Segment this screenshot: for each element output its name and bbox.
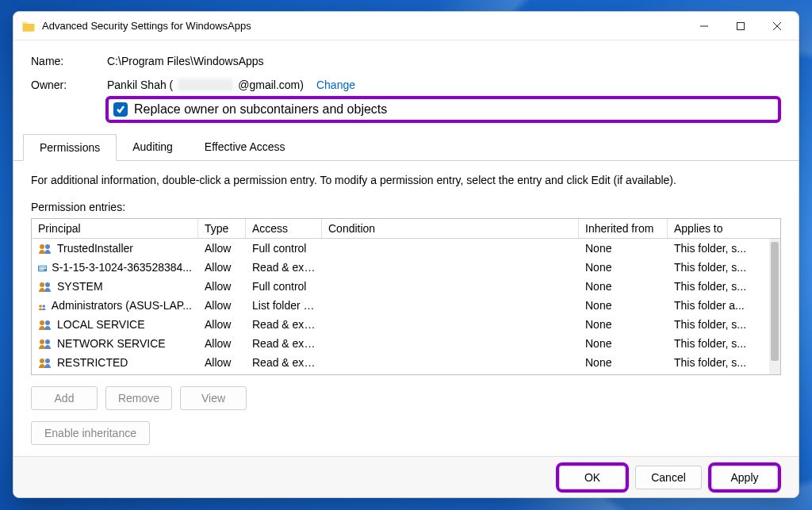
svg-point-16 <box>45 359 50 363</box>
table-row[interactable]: S-1-15-3-1024-363528384...AllowRead & ex… <box>32 258 780 277</box>
col-type[interactable]: Type <box>198 219 246 238</box>
cell-type: Allow <box>198 355 246 370</box>
cell-condition <box>322 342 579 345</box>
cell-type: Allow <box>198 316 246 332</box>
principal-icon <box>38 243 52 254</box>
col-condition[interactable]: Condition <box>322 219 579 238</box>
principal-name: LOCAL SERVICE <box>57 318 145 331</box>
owner-row: Owner: Pankil Shah (@gmail.com) Change <box>31 79 781 91</box>
col-access[interactable]: Access <box>246 219 322 238</box>
table-header: Principal Type Access Condition Inherite… <box>32 219 780 239</box>
principal-name: TrustedInstaller <box>57 242 133 255</box>
maximize-button[interactable] <box>722 13 759 39</box>
table-row[interactable]: RESTRICTEDAllowRead & exe...NoneThis fol… <box>32 353 780 372</box>
col-principal[interactable]: Principal <box>32 219 198 238</box>
window-title: Advanced Security Settings for WindowsAp… <box>42 20 686 32</box>
principal-icon <box>38 300 47 311</box>
table-rows: TrustedInstallerAllowFull controlNoneThi… <box>32 239 780 372</box>
cancel-button[interactable]: Cancel <box>635 466 702 489</box>
col-inherited[interactable]: Inherited from <box>579 219 668 238</box>
table-row[interactable]: SYSTEMAllowFull controlNoneThis folder, … <box>32 277 780 296</box>
redacted-email-local <box>178 79 233 91</box>
scrollbar-thumb[interactable] <box>771 242 779 361</box>
titlebar: Advanced Security Settings for WindowsAp… <box>13 12 799 40</box>
svg-point-9 <box>39 305 42 308</box>
dialog-footer: OK Cancel Apply <box>13 456 799 497</box>
permissions-table: Principal Type Access Condition Inherite… <box>31 218 781 375</box>
table-row[interactable]: LOCAL SERVICEAllowRead & exe...NoneThis … <box>32 315 780 334</box>
cell-applies: This folder a... <box>668 297 756 313</box>
cell-inherited: None <box>579 316 668 332</box>
change-owner-link[interactable]: Change <box>316 79 355 91</box>
close-button[interactable] <box>759 13 795 39</box>
table-row[interactable]: TrustedInstallerAllowFull controlNoneThi… <box>32 239 780 258</box>
svg-point-11 <box>40 320 44 325</box>
principal-icon <box>38 338 52 349</box>
cell-inherited: None <box>579 240 668 256</box>
cell-type: Allow <box>198 259 246 275</box>
principal-name: NETWORK SERVICE <box>57 337 166 350</box>
svg-rect-4 <box>39 267 46 267</box>
cell-type: Allow <box>198 297 246 313</box>
ok-button[interactable]: OK <box>559 466 626 489</box>
cell-access: Full control <box>246 240 322 256</box>
name-label: Name: <box>31 55 107 67</box>
cell-access: Read & exe... <box>246 336 322 351</box>
svg-rect-0 <box>737 22 745 29</box>
cell-condition <box>322 266 579 269</box>
security-settings-window: Advanced Security Settings for WindowsAp… <box>13 11 799 498</box>
name-value: C:\Program Files\WindowsApps <box>107 55 264 67</box>
cell-applies: This folder, s... <box>668 240 756 256</box>
cell-access: Read & exe... <box>246 259 322 275</box>
cell-condition <box>322 304 579 307</box>
svg-point-14 <box>45 339 50 344</box>
view-button[interactable]: View <box>180 386 247 410</box>
svg-point-8 <box>45 282 50 287</box>
enable-inheritance-button[interactable]: Enable inheritance <box>31 421 150 445</box>
principal-name: S-1-15-3-1024-363528384... <box>52 261 192 274</box>
content-area: Name: C:\Program Files\WindowsApps Owner… <box>13 40 799 456</box>
svg-rect-6 <box>39 270 44 270</box>
add-button[interactable]: Add <box>31 386 98 410</box>
table-row[interactable]: Administrators (ASUS-LAP...AllowList fol… <box>32 296 780 315</box>
svg-point-2 <box>45 244 50 249</box>
entries-label: Permission entries: <box>31 201 781 213</box>
table-row[interactable]: NETWORK SERVICEAllowRead & exe...NoneThi… <box>32 334 780 353</box>
apply-button[interactable]: Apply <box>711 466 778 489</box>
cell-condition <box>322 247 579 250</box>
tab-permissions[interactable]: Permissions <box>23 134 117 161</box>
tab-effective-access[interactable]: Effective Access <box>189 134 301 160</box>
principal-icon <box>38 281 52 292</box>
remove-button[interactable]: Remove <box>105 386 172 410</box>
replace-owner-highlight: Replace owner on subcontainers and objec… <box>105 96 781 123</box>
cell-type: Allow <box>198 336 246 351</box>
name-row: Name: C:\Program Files\WindowsApps <box>31 55 781 67</box>
principal-name: RESTRICTED <box>57 356 128 369</box>
svg-point-12 <box>45 320 50 325</box>
owner-name-suffix: @gmail.com) <box>238 79 304 91</box>
principal-name: SYSTEM <box>57 280 103 293</box>
cell-inherited: None <box>579 278 668 294</box>
svg-rect-5 <box>39 268 46 269</box>
replace-owner-checkbox[interactable] <box>113 102 128 117</box>
cell-inherited: None <box>579 336 668 351</box>
cell-applies: This folder, s... <box>668 336 756 351</box>
minimize-button[interactable] <box>686 13 722 39</box>
cell-access: List folder c... <box>246 297 322 313</box>
cell-condition <box>322 285 579 288</box>
table-buttons: Add Remove View <box>31 386 781 410</box>
principal-icon <box>38 262 47 273</box>
svg-point-13 <box>40 339 44 344</box>
scrollbar[interactable] <box>769 239 780 374</box>
principal-icon <box>38 319 52 330</box>
cell-applies: This folder, s... <box>668 316 756 332</box>
cell-access: Full control <box>246 278 322 294</box>
tabstrip: Permissions Auditing Effective Access <box>13 134 799 161</box>
window-controls <box>686 13 795 39</box>
cell-condition <box>322 361 579 364</box>
cell-condition <box>322 323 579 326</box>
col-applies[interactable]: Applies to <box>668 219 756 238</box>
cell-inherited: None <box>579 355 668 370</box>
cell-inherited: None <box>579 259 668 275</box>
tab-auditing[interactable]: Auditing <box>117 134 189 160</box>
